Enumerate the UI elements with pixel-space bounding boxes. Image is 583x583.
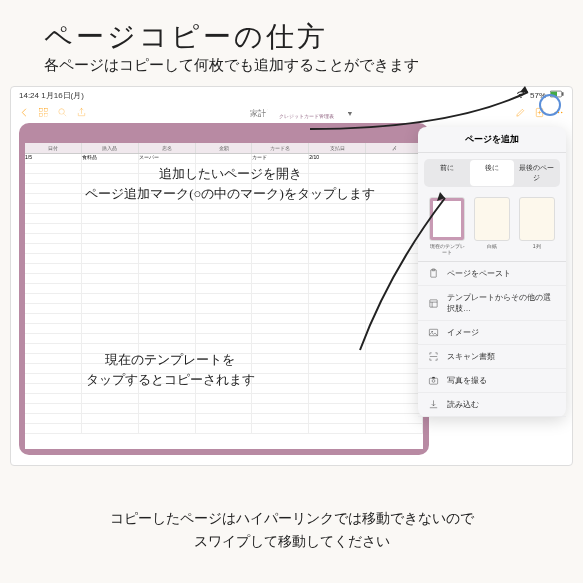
add-page-popover: ページを追加 前に後に最後のページ 現在のテンプレート白紙1列 ページをペースト… bbox=[418, 127, 566, 417]
segment-item[interactable]: 前に bbox=[425, 160, 470, 186]
menu-item-image[interactable]: イメージ bbox=[418, 321, 566, 345]
annotation-tap-template: 現在のテンプレートを タップするとコピーされます bbox=[60, 350, 280, 389]
page-subtitle: 各ページはコピーして何枚でも追加することができます bbox=[44, 56, 419, 75]
table-row bbox=[25, 234, 423, 244]
planner-tab[interactable]: 光熱費管理表 bbox=[101, 109, 181, 123]
column-header: 購入品 bbox=[82, 143, 139, 153]
page-title: ページコピーの仕方 bbox=[44, 18, 328, 56]
svg-rect-1 bbox=[551, 92, 557, 97]
table-row bbox=[25, 274, 423, 284]
column-header: 店名 bbox=[139, 143, 196, 153]
table-row bbox=[25, 204, 423, 214]
planner-tab[interactable]: キャッシュレス管理表 bbox=[349, 109, 429, 123]
battery-icon bbox=[550, 90, 564, 100]
more-icon[interactable] bbox=[553, 107, 564, 120]
popover-menu: ページをペーストテンプレートからその他の選択肢…イメージスキャン書類写真を撮る読… bbox=[418, 261, 566, 417]
table-row bbox=[25, 224, 423, 234]
column-header: 〆 bbox=[366, 143, 423, 153]
svg-rect-14 bbox=[430, 299, 437, 306]
segment-control[interactable]: 前に後に最後のページ bbox=[424, 159, 560, 187]
planner-tabs: 特別費管理表光熱費管理表給料明細管理表クレジットカード管理表キャッシュレス管理表 bbox=[19, 109, 429, 123]
menu-item-camera[interactable]: 写真を撮る bbox=[418, 369, 566, 393]
ledger-header: 日付購入品店名金額カード名支払日〆 bbox=[25, 143, 423, 154]
table-row bbox=[25, 394, 423, 404]
table-row bbox=[25, 424, 423, 434]
menu-item-scan[interactable]: スキャン書類 bbox=[418, 345, 566, 369]
table-row bbox=[25, 214, 423, 224]
template-row: 現在のテンプレート白紙1列 bbox=[418, 193, 566, 261]
svg-point-11 bbox=[561, 111, 562, 112]
template-thumb[interactable]: 白紙 bbox=[474, 197, 510, 255]
column-header: カード名 bbox=[252, 143, 309, 153]
planner-tab[interactable]: クレジットカード管理表 bbox=[266, 109, 346, 123]
table-row bbox=[25, 284, 423, 294]
svg-rect-2 bbox=[562, 92, 563, 96]
column-header: 金額 bbox=[196, 143, 253, 153]
table-row bbox=[25, 304, 423, 314]
column-header: 支払日 bbox=[309, 143, 366, 153]
planner-tab[interactable]: 給料明細管理表 bbox=[184, 109, 264, 123]
annotation-open-page: 追加したいページを開き ページ追加マーク(○の中のマーク)をタップします bbox=[70, 164, 390, 203]
planner-tab[interactable]: 特別費管理表 bbox=[19, 109, 99, 123]
table-row bbox=[25, 264, 423, 274]
tablet-screenshot: 14:24 1月16日(月) 57% 家計簿 販売用 サンプル ▾ 特別費管理表… bbox=[10, 86, 573, 466]
table-row: 1/5食料品スーパーカード2/10 bbox=[25, 154, 423, 164]
pen-icon[interactable] bbox=[515, 107, 526, 120]
svg-point-10 bbox=[558, 111, 559, 112]
svg-point-18 bbox=[432, 380, 435, 383]
table-row bbox=[25, 414, 423, 424]
menu-item-clipboard[interactable]: ページをペースト bbox=[418, 262, 566, 286]
table-row bbox=[25, 244, 423, 254]
menu-item-template[interactable]: テンプレートからその他の選択肢… bbox=[418, 286, 566, 321]
column-header: 日付 bbox=[25, 143, 82, 153]
footer-note: コピーしたページはハイパーリンクでは移動できないので スワイプして移動してくださ… bbox=[30, 508, 553, 553]
segment-item[interactable]: 後に bbox=[470, 160, 515, 186]
svg-rect-17 bbox=[429, 378, 437, 384]
table-row bbox=[25, 314, 423, 324]
table-row bbox=[25, 334, 423, 344]
segment-item[interactable]: 最後のページ bbox=[514, 160, 559, 186]
popover-title: ページを追加 bbox=[418, 127, 566, 153]
battery-text: 57% bbox=[530, 91, 546, 100]
table-row bbox=[25, 404, 423, 414]
table-row bbox=[25, 294, 423, 304]
status-time: 14:24 1月16日(月) bbox=[19, 90, 84, 101]
table-row bbox=[25, 324, 423, 334]
table-row bbox=[25, 254, 423, 264]
template-thumb[interactable]: 1列 bbox=[519, 197, 555, 255]
svg-point-9 bbox=[555, 111, 556, 112]
template-thumb[interactable]: 現在のテンプレート bbox=[429, 197, 465, 255]
svg-point-16 bbox=[431, 331, 432, 332]
add-page-icon[interactable] bbox=[534, 107, 545, 120]
wifi-icon bbox=[516, 89, 526, 101]
menu-item-import[interactable]: 読み込む bbox=[418, 393, 566, 417]
status-bar: 14:24 1月16日(月) 57% bbox=[11, 87, 572, 103]
